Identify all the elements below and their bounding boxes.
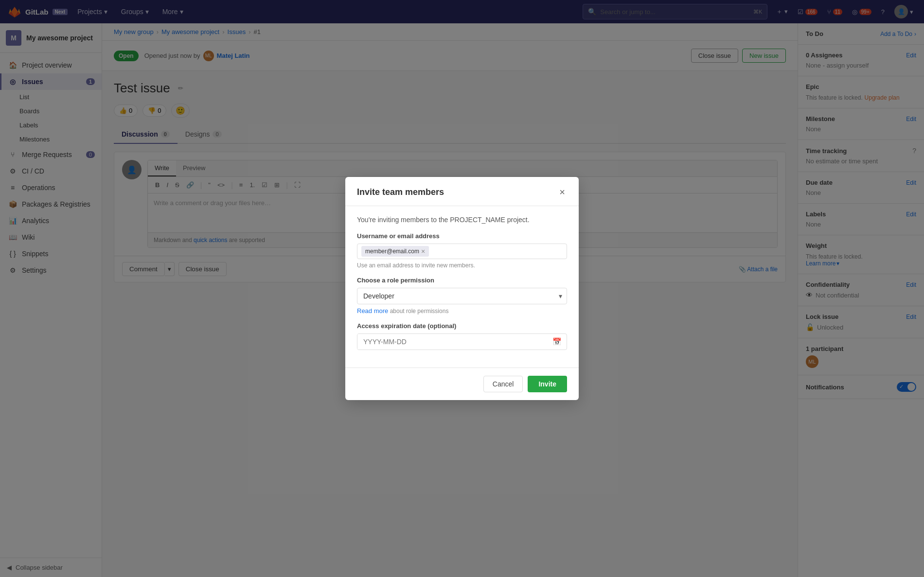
role-hint: Read more about role permissions: [357, 307, 567, 315]
role-select-wrap: Guest Reporter Developer Maintainer Owne…: [357, 288, 567, 304]
read-more-link[interactable]: Read more: [357, 307, 388, 315]
modal-footer: Cancel Invite: [345, 367, 579, 400]
date-label: Access expiration date (optional): [357, 322, 567, 330]
role-field-group: Choose a role permission Guest Reporter …: [357, 277, 567, 315]
role-label: Choose a role permission: [357, 277, 567, 284]
email-tag-input[interactable]: member@email.com ×: [357, 244, 567, 259]
email-hint: Use an email address to invite new membe…: [357, 262, 567, 269]
calendar-icon[interactable]: 📅: [548, 337, 567, 346]
cancel-button[interactable]: Cancel: [483, 376, 523, 392]
modal-title: Invite team members: [357, 187, 444, 197]
modal-overlay[interactable]: Invite team members × You're inviting me…: [0, 0, 924, 577]
date-input[interactable]: [357, 334, 548, 350]
modal-description: You're inviting members to the PROJECT_N…: [357, 216, 567, 224]
invite-button[interactable]: Invite: [528, 376, 567, 392]
modal-body: You're inviting members to the PROJECT_N…: [345, 206, 579, 367]
email-tag-remove[interactable]: ×: [421, 247, 425, 255]
email-tag-text: member@email.com: [365, 248, 419, 255]
date-field-group: Access expiration date (optional) 📅: [357, 322, 567, 350]
modal-close-button[interactable]: ×: [557, 187, 567, 198]
username-label: Username or email address: [357, 232, 567, 240]
modal-header: Invite team members ×: [345, 177, 579, 206]
email-input[interactable]: [431, 248, 563, 255]
date-input-wrap: 📅: [357, 333, 567, 350]
email-tag: member@email.com ×: [361, 246, 429, 257]
username-field-group: Username or email address member@email.c…: [357, 232, 567, 269]
role-select[interactable]: Guest Reporter Developer Maintainer Owne…: [357, 288, 567, 304]
invite-modal: Invite team members × You're inviting me…: [345, 177, 579, 400]
